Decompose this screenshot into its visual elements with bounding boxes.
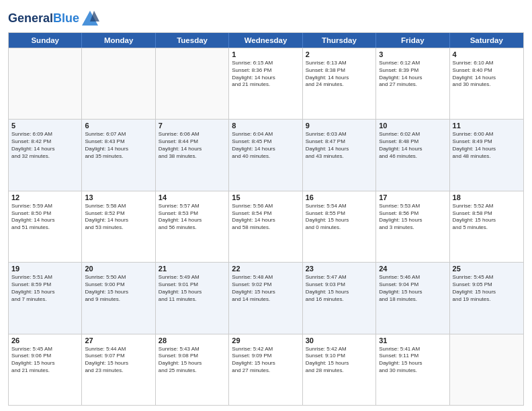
day-info: Sunrise: 5:45 AMSunset: 9:06 PMDaylight:… (11, 346, 79, 375)
day-number: 11 (453, 122, 521, 130)
day-number: 4 (453, 50, 521, 58)
day-cell-9: 9Sunrise: 6:03 AMSunset: 8:47 PMDaylight… (303, 120, 376, 190)
day-info: Sunrise: 6:00 AMSunset: 8:49 PMDaylight:… (453, 131, 521, 160)
day-number: 8 (232, 122, 299, 130)
day-number: 22 (232, 265, 299, 273)
day-info: Sunrise: 5:48 AMSunset: 9:02 PMDaylight:… (232, 274, 299, 303)
weekday-header-tuesday: Tuesday (156, 33, 229, 48)
day-cell-21: 21Sunrise: 5:49 AMSunset: 9:01 PMDayligh… (156, 263, 229, 333)
calendar-header: SundayMondayTuesdayWednesdayThursdayFrid… (9, 33, 523, 48)
day-info: Sunrise: 5:44 AMSunset: 9:07 PMDaylight:… (85, 346, 152, 375)
weekday-header-thursday: Thursday (303, 33, 376, 48)
day-cell-28: 28Sunrise: 5:43 AMSunset: 9:08 PMDayligh… (156, 334, 229, 405)
day-number: 16 (306, 193, 373, 201)
weekday-header-sunday: Sunday (9, 33, 82, 48)
day-cell-3: 3Sunrise: 6:12 AMSunset: 8:39 PMDaylight… (376, 48, 449, 119)
day-cell-30: 30Sunrise: 5:42 AMSunset: 9:10 PMDayligh… (303, 334, 376, 405)
day-cell-19: 19Sunrise: 5:51 AMSunset: 8:59 PMDayligh… (9, 263, 82, 333)
weekday-header-saturday: Saturday (450, 33, 523, 48)
day-number: 7 (159, 122, 226, 130)
weekday-header-friday: Friday (376, 33, 449, 48)
day-number: 12 (11, 193, 79, 201)
day-number: 6 (85, 122, 152, 130)
day-number: 30 (306, 336, 373, 345)
day-cell-15: 15Sunrise: 5:56 AMSunset: 8:54 PMDayligh… (229, 191, 302, 262)
day-cell-17: 17Sunrise: 5:53 AMSunset: 8:56 PMDayligh… (376, 191, 449, 262)
header: GeneralBlue (8, 7, 524, 28)
day-info: Sunrise: 6:15 AMSunset: 8:36 PMDaylight:… (232, 60, 299, 89)
day-number: 24 (379, 265, 446, 273)
day-cell-13: 13Sunrise: 5:58 AMSunset: 8:52 PMDayligh… (82, 191, 155, 262)
calendar: SundayMondayTuesdayWednesdayThursdayFrid… (8, 32, 524, 406)
logo-icon (81, 9, 99, 28)
day-number: 9 (306, 122, 373, 130)
day-info: Sunrise: 5:50 AMSunset: 9:00 PMDaylight:… (85, 274, 152, 303)
day-info: Sunrise: 5:43 AMSunset: 9:08 PMDaylight:… (159, 346, 226, 375)
day-cell-31: 31Sunrise: 5:41 AMSunset: 9:11 PMDayligh… (376, 334, 449, 405)
day-number: 23 (306, 265, 373, 273)
day-info: Sunrise: 5:51 AMSunset: 8:59 PMDaylight:… (11, 274, 79, 303)
week-row-2: 5Sunrise: 6:09 AMSunset: 8:42 PMDaylight… (9, 119, 523, 190)
day-info: Sunrise: 6:07 AMSunset: 8:43 PMDaylight:… (85, 131, 152, 160)
day-cell-27: 27Sunrise: 5:44 AMSunset: 9:07 PMDayligh… (82, 334, 155, 405)
day-cell-4: 4Sunrise: 6:10 AMSunset: 8:40 PMDaylight… (450, 48, 523, 119)
day-cell-18: 18Sunrise: 5:52 AMSunset: 8:58 PMDayligh… (450, 191, 523, 262)
day-cell-26: 26Sunrise: 5:45 AMSunset: 9:06 PMDayligh… (9, 334, 82, 405)
day-info: Sunrise: 6:03 AMSunset: 8:47 PMDaylight:… (306, 131, 373, 160)
day-number: 26 (11, 336, 79, 345)
day-info: Sunrise: 5:47 AMSunset: 9:03 PMDaylight:… (306, 274, 373, 303)
day-cell-8: 8Sunrise: 6:04 AMSunset: 8:45 PMDaylight… (229, 120, 302, 190)
day-info: Sunrise: 5:54 AMSunset: 8:55 PMDaylight:… (306, 203, 373, 232)
day-info: Sunrise: 6:04 AMSunset: 8:45 PMDaylight:… (232, 131, 299, 160)
day-number: 27 (85, 336, 152, 345)
day-number: 25 (453, 265, 521, 273)
empty-cell (450, 334, 523, 405)
day-info: Sunrise: 6:12 AMSunset: 8:39 PMDaylight:… (379, 60, 446, 89)
day-info: Sunrise: 6:02 AMSunset: 8:48 PMDaylight:… (379, 131, 446, 160)
day-number: 3 (379, 50, 446, 58)
day-number: 31 (379, 336, 446, 345)
week-row-1: 1Sunrise: 6:15 AMSunset: 8:36 PMDaylight… (9, 48, 523, 119)
day-info: Sunrise: 5:49 AMSunset: 9:01 PMDaylight:… (159, 274, 226, 303)
day-number: 13 (85, 193, 152, 201)
day-number: 5 (11, 122, 79, 130)
day-info: Sunrise: 6:06 AMSunset: 8:44 PMDaylight:… (159, 131, 226, 160)
day-number: 10 (379, 122, 446, 130)
empty-cell (82, 48, 155, 119)
logo: GeneralBlue (8, 9, 99, 28)
empty-cell (156, 48, 229, 119)
day-cell-10: 10Sunrise: 6:02 AMSunset: 8:48 PMDayligh… (376, 120, 449, 190)
day-cell-5: 5Sunrise: 6:09 AMSunset: 8:42 PMDaylight… (9, 120, 82, 190)
week-row-5: 26Sunrise: 5:45 AMSunset: 9:06 PMDayligh… (9, 334, 523, 405)
day-cell-14: 14Sunrise: 5:57 AMSunset: 8:53 PMDayligh… (156, 191, 229, 262)
day-info: Sunrise: 5:45 AMSunset: 9:05 PMDaylight:… (453, 274, 521, 303)
day-info: Sunrise: 5:52 AMSunset: 8:58 PMDaylight:… (453, 203, 521, 232)
day-info: Sunrise: 5:59 AMSunset: 8:50 PMDaylight:… (11, 203, 79, 232)
day-cell-11: 11Sunrise: 6:00 AMSunset: 8:49 PMDayligh… (450, 120, 523, 190)
day-cell-1: 1Sunrise: 6:15 AMSunset: 8:36 PMDaylight… (229, 48, 302, 119)
day-cell-7: 7Sunrise: 6:06 AMSunset: 8:44 PMDaylight… (156, 120, 229, 190)
day-info: Sunrise: 5:56 AMSunset: 8:54 PMDaylight:… (232, 203, 299, 232)
day-number: 15 (232, 193, 299, 201)
day-number: 18 (453, 193, 521, 201)
day-cell-12: 12Sunrise: 5:59 AMSunset: 8:50 PMDayligh… (9, 191, 82, 262)
day-info: Sunrise: 6:13 AMSunset: 8:38 PMDaylight:… (306, 60, 373, 89)
day-cell-20: 20Sunrise: 5:50 AMSunset: 9:00 PMDayligh… (82, 263, 155, 333)
day-info: Sunrise: 6:10 AMSunset: 8:40 PMDaylight:… (453, 60, 521, 89)
empty-cell (9, 48, 82, 119)
day-cell-25: 25Sunrise: 5:45 AMSunset: 9:05 PMDayligh… (450, 263, 523, 333)
day-cell-22: 22Sunrise: 5:48 AMSunset: 9:02 PMDayligh… (229, 263, 302, 333)
day-cell-23: 23Sunrise: 5:47 AMSunset: 9:03 PMDayligh… (303, 263, 376, 333)
day-info: Sunrise: 6:09 AMSunset: 8:42 PMDaylight:… (11, 131, 79, 160)
day-number: 2 (306, 50, 373, 58)
calendar-body: 1Sunrise: 6:15 AMSunset: 8:36 PMDaylight… (9, 48, 523, 405)
week-row-3: 12Sunrise: 5:59 AMSunset: 8:50 PMDayligh… (9, 191, 523, 262)
day-number: 17 (379, 193, 446, 201)
weekday-header-monday: Monday (82, 33, 155, 48)
page: GeneralBlue SundayMondayTuesdayWednesday… (0, 0, 532, 411)
logo-text: GeneralBlue (8, 12, 79, 26)
day-info: Sunrise: 5:46 AMSunset: 9:04 PMDaylight:… (379, 274, 446, 303)
day-info: Sunrise: 5:42 AMSunset: 9:09 PMDaylight:… (232, 346, 299, 375)
day-number: 14 (159, 193, 226, 201)
day-info: Sunrise: 5:42 AMSunset: 9:10 PMDaylight:… (306, 346, 373, 375)
